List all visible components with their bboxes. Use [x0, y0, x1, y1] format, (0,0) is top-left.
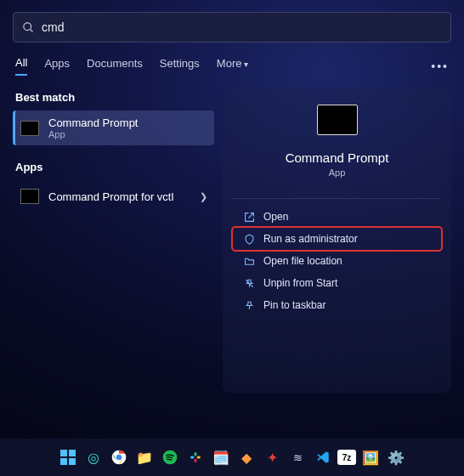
taskbar-chrome-icon[interactable] — [108, 446, 130, 468]
action-label: Unpin from Start — [263, 277, 337, 289]
svg-point-0 — [24, 22, 31, 30]
action-open[interactable]: Open — [233, 206, 441, 228]
result-command-prompt[interactable]: Command Prompt App — [13, 110, 214, 145]
chevron-right-icon: ❯ — [200, 191, 207, 202]
action-label: Open — [263, 211, 288, 223]
action-unpin-from-start[interactable]: Unpin from Start — [233, 272, 441, 294]
cmd-icon — [20, 186, 40, 207]
taskbar: ◎ 📁 🗓️ ◆ ✦ ≋ 7z 🖼️ ⚙️ — [0, 439, 464, 476]
open-icon — [240, 212, 258, 223]
filter-tabs: All Apps Documents Settings More ••• — [13, 56, 451, 76]
taskbar-7zip-icon[interactable]: 7z — [337, 450, 356, 465]
action-label: Pin to taskbar — [263, 299, 325, 311]
shield-icon — [240, 234, 258, 245]
preview-app-icon — [317, 105, 358, 135]
svg-line-1 — [30, 29, 32, 31]
search-box[interactable] — [13, 12, 451, 42]
search-input[interactable] — [42, 20, 442, 34]
taskbar-app-icon[interactable]: ◆ — [235, 446, 257, 468]
result-title: Command Prompt — [48, 116, 207, 129]
taskbar-app-icon[interactable]: ≋ — [286, 446, 308, 468]
svg-rect-9 — [197, 456, 201, 459]
result-subtitle: App — [48, 129, 207, 139]
action-label: Run as administrator — [263, 233, 358, 245]
tab-settings[interactable]: Settings — [160, 57, 200, 75]
results-column: Best match Command Prompt App Apps Comma… — [13, 88, 214, 393]
taskbar-settings-icon[interactable]: ⚙️ — [385, 446, 407, 468]
best-match-header: Best match — [15, 91, 214, 104]
apps-header: Apps — [15, 161, 214, 173]
preview-pane: Command Prompt App Open Run as administr… — [223, 88, 451, 393]
taskbar-explorer-icon[interactable]: 📁 — [133, 446, 156, 468]
folder-icon — [240, 256, 258, 267]
svg-point-6 — [116, 455, 122, 461]
tab-all[interactable]: All — [15, 56, 27, 76]
taskbar-slack-icon[interactable] — [184, 446, 207, 468]
unpin-icon — [240, 278, 258, 289]
action-pin-to-taskbar[interactable]: Pin to taskbar — [233, 294, 441, 316]
result-title: Command Prompt for vctl — [48, 190, 200, 203]
svg-rect-10 — [195, 452, 197, 456]
action-open-file-location[interactable]: Open file location — [233, 250, 441, 272]
taskbar-spotify-icon[interactable] — [159, 446, 181, 468]
taskbar-app-icon[interactable]: ◎ — [82, 446, 105, 468]
taskbar-vscode-icon[interactable] — [312, 446, 334, 468]
start-button[interactable] — [57, 446, 79, 468]
action-run-as-admin[interactable]: Run as administrator — [233, 228, 441, 250]
tab-documents[interactable]: Documents — [87, 57, 143, 75]
start-search-panel: All Apps Documents Settings More ••• Bes… — [0, 0, 464, 434]
cmd-icon — [20, 118, 40, 139]
taskbar-photos-icon[interactable]: 🖼️ — [359, 446, 382, 468]
taskbar-calendar-icon[interactable]: 🗓️ — [210, 446, 232, 468]
pin-icon — [240, 300, 258, 311]
preview-title: Command Prompt — [286, 150, 389, 165]
tab-apps[interactable]: Apps — [44, 57, 70, 75]
svg-rect-8 — [190, 456, 195, 459]
tab-more[interactable]: More — [217, 57, 248, 75]
search-icon — [22, 21, 35, 34]
svg-rect-11 — [195, 459, 197, 463]
preview-subtitle: App — [329, 167, 346, 178]
taskbar-app-icon[interactable]: ✦ — [261, 446, 283, 468]
more-options-icon[interactable]: ••• — [431, 60, 449, 73]
result-cmd-vctl[interactable]: Command Prompt for vctl ❯ — [13, 180, 214, 212]
action-label: Open file location — [263, 255, 342, 267]
